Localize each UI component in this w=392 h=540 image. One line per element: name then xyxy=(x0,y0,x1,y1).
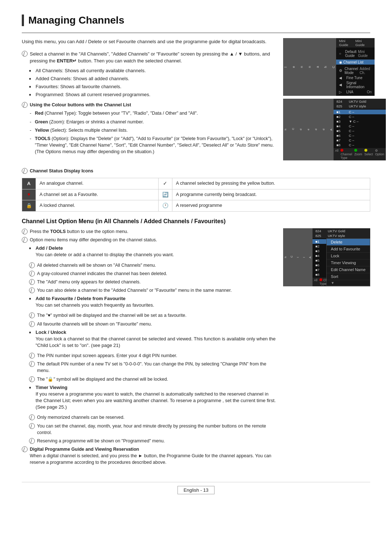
tv-ch-row-4: ■4 C – xyxy=(334,124,386,128)
timer-note-icon-2 xyxy=(29,423,35,429)
fav-notes: The "♥" symbol will be displayed and the… xyxy=(29,312,276,327)
lock-note-icon-3 xyxy=(29,376,35,382)
status-heading: Channel Status Display Icons xyxy=(30,168,93,174)
timer-heading-item: Timer Viewing If you reserve a programme… xyxy=(29,384,276,411)
fav-note-icon-2 xyxy=(29,321,35,327)
fav-note-icon-1 xyxy=(29,312,35,318)
bullet-item-1: All Channels: Shows all currently availa… xyxy=(29,68,276,74)
status-note-icon xyxy=(22,168,28,174)
colour-note-icon xyxy=(22,102,28,108)
note-icon-1 xyxy=(22,51,28,57)
page-title-block: Managing Channels xyxy=(22,15,370,26)
status-note-row: Channel Status Display Icons xyxy=(22,168,370,174)
status-desc-a: An analogue channel. xyxy=(36,178,159,189)
add-note-4: You can also delete a channel to the "Ad… xyxy=(29,287,276,294)
add-note-icon-1 xyxy=(29,262,35,268)
timer-note-1: Only memorized channels can be reserved. xyxy=(29,414,276,421)
menu-item-timer[interactable]: Timer Viewing xyxy=(327,259,370,266)
tv-ch-main-2: 824 UKTV Gold 825 UKTV style ■1 C – xyxy=(313,228,370,286)
timer-list: Timer Viewing If you reserve a programme… xyxy=(29,384,276,411)
fav-note-1: The "♥" symbol will be displayed and the… xyxy=(29,312,276,319)
fav-list: Add to Favourite / Delete from Favourite… xyxy=(29,295,276,308)
menu-item-fav[interactable]: Add to Favourite xyxy=(327,246,370,253)
add-note-1: All deleted channels will be shown on "A… xyxy=(29,262,276,269)
status-section: Channel Status Display Icons A An analog… xyxy=(22,168,370,212)
tv-row-fine: ◀ Fine Tune xyxy=(336,75,375,80)
top-section: Using this menu, you can Add / Delete or… xyxy=(22,38,370,160)
menu-item-delete[interactable]: Delete xyxy=(327,239,370,246)
add-note-2: A gray-coloured channel indicates the ch… xyxy=(29,270,276,277)
note-row-1: Select a channel in the "All Channels", … xyxy=(22,50,276,65)
lock-note-icon-1 xyxy=(29,353,35,359)
timer-note-icon-3 xyxy=(29,438,35,444)
dash-red: Red (Channel Type): Toggle between your … xyxy=(30,110,276,116)
top-left-content: Using this menu, you can Add / Delete or… xyxy=(22,38,276,160)
add-delete-heading-item: Add / Delete You can delete or add a cha… xyxy=(29,245,276,258)
icon-cell-check: ✓ xyxy=(158,178,172,189)
dash-yellow: Yellow (Select): Selects multiple channe… xyxy=(30,127,276,134)
tv-screen-1: C h a n n e l Mini Guide Mini Guide ○ De… xyxy=(283,38,370,96)
footer-text: English - 13 xyxy=(177,486,215,494)
tv-ch-top-824: 824 UKTV Gold xyxy=(334,99,386,104)
tv-middle-rows: ⚙ Channel Mode Added Ch. ◀ Fine Tune ◀ S… xyxy=(336,65,375,96)
status-desc-heart: A channel set as a Favourite. xyxy=(36,189,159,200)
tv-channel-panel-1: Added Ch 824 UKTV Gold 825 UKTV style xyxy=(283,99,370,160)
colour-note-row: Using the Colour buttons with the Channe… xyxy=(22,102,276,108)
tv-top-rows-1: ○ Default Guide Mini Guide xyxy=(336,48,375,60)
timer-note-3: Reserving a programme will be shown on "… xyxy=(29,438,276,444)
add-note-icon-2 xyxy=(29,271,35,277)
status-desc-clock: A reserved programme xyxy=(172,200,370,212)
s2-note-icon-2 xyxy=(22,237,28,243)
bottom-right-tv: All Ch 824 UKTV Gold 825 UKTV style xyxy=(283,228,370,467)
tv-footer-1: All Channel Type Zoom Select ⚙ Option xyxy=(334,148,386,160)
tv-outer-ch1: Added Ch 824 UKTV Gold 825 UKTV style xyxy=(283,99,370,160)
tv-row-guide: ○ Default Guide Mini Guide xyxy=(336,49,375,58)
status-desc-check: A channel selected by pressing the yello… xyxy=(172,178,370,189)
tv-ch-row-2: ■2 C – xyxy=(334,114,386,119)
status-row-1: A An analogue channel. ✓ A channel selec… xyxy=(22,178,370,189)
digital-note-icon xyxy=(22,446,28,452)
lock-note-2: The default PIN number of a new TV set i… xyxy=(29,361,276,374)
bullet-list-main: All Channels: Shows all currently availa… xyxy=(29,68,276,98)
menu-item-lock[interactable]: Lock xyxy=(327,253,370,259)
lock-note-3: The "🔒" symbol will be displayed and the… xyxy=(29,376,276,382)
status-table: A An analogue channel. ✓ A channel selec… xyxy=(22,178,370,212)
tv-ch-row-7: ■7 C – xyxy=(334,138,386,143)
top-right-tv: C h a n n e l Mini Guide Mini Guide ○ De… xyxy=(283,38,370,160)
dash-tools: TOOLS (Option): Displays the "Delete" (o… xyxy=(30,135,276,155)
add-delete-list: Add / Delete You can delete or add a cha… xyxy=(29,245,276,258)
page-title: Managing Channels xyxy=(28,15,370,26)
tv-ch-row-8: ■8 C – xyxy=(334,143,386,147)
add-note-icon-4 xyxy=(29,287,35,293)
tv-screen-2: All Ch 824 UKTV Gold 825 UKTV style xyxy=(283,228,370,286)
bullet-item-4: Programmed: Shows all current reserved p… xyxy=(29,91,276,98)
icon-cell-tv: 🔄 xyxy=(158,189,172,200)
bullet-item-2: Added Channels: Shows all added channels… xyxy=(29,75,276,82)
tv-top-chs-2: 824 UKTV Gold 825 UKTV style xyxy=(313,228,370,238)
s2-note-icon-1 xyxy=(22,229,28,234)
channel-list-row: ◉ Channel List xyxy=(336,60,375,65)
digital-note-row: Digital Programme Guide and Viewing Rese… xyxy=(22,446,276,466)
icon-cell-a: A xyxy=(22,178,36,189)
tv-row-lna: ▷ LNA On xyxy=(336,89,375,94)
context-menu-more: ▼ xyxy=(327,280,370,286)
dash-green: Green (Zoom): Enlarges or shrinks a chan… xyxy=(30,119,276,125)
fav-heading-item: Add to Favourite / Delete from Favourite… xyxy=(29,295,276,308)
colour-note-heading: Using the Colour buttons with the Channe… xyxy=(30,102,131,107)
fav-note-2: All favourite channels will be shown on … xyxy=(29,321,276,327)
context-menu: Delete Add to Favourite Lock Timer Viewi… xyxy=(326,238,370,286)
add-note-3: The "Add" menu only appears for deleted … xyxy=(29,279,276,285)
intro-paragraph: Using this menu, you can Add / Delete or… xyxy=(22,38,276,45)
menu-item-sort[interactable]: Sort xyxy=(327,273,370,280)
tv-tab2-all: All Ch xyxy=(283,228,313,286)
tv-top-chs: 824 UKTV Gold 825 UKTV style xyxy=(334,99,386,109)
note-text-1: Select a channel in the "All Channels", … xyxy=(30,50,276,65)
icon-cell-clock: 🕐 xyxy=(158,200,172,212)
section2-note-2: Option menu items may differ depending o… xyxy=(22,237,276,243)
status-desc-lock: A locked channel. xyxy=(36,200,159,212)
mini-guide-row: Mini Guide Mini Guide xyxy=(336,38,375,48)
lock-notes: The PIN number input screen appears. Ent… xyxy=(29,352,276,382)
tv-ch-row-1: ■1 C – xyxy=(334,110,386,114)
tv-tab-added: Added Ch xyxy=(283,99,334,160)
menu-item-edit-name[interactable]: Edit Channel Name xyxy=(327,266,370,273)
